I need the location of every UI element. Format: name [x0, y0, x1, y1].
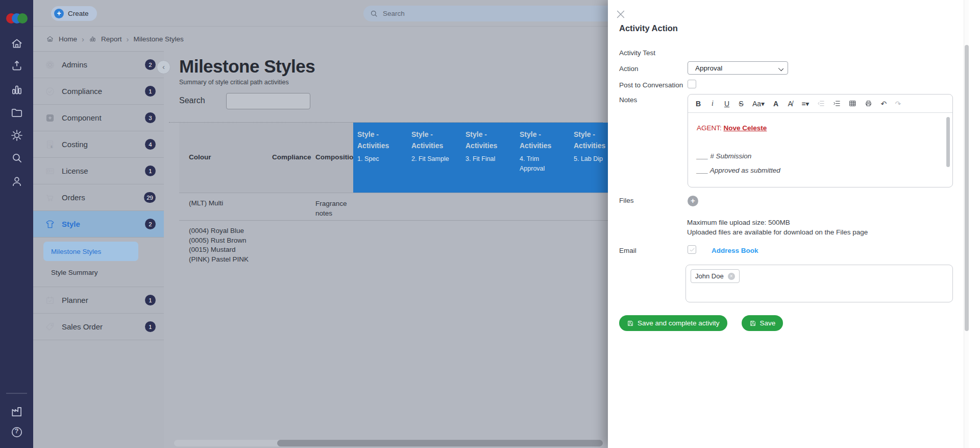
notes-label: Notes [619, 96, 637, 104]
colour-line: (0015) Mustard [189, 245, 249, 255]
table-row[interactable]: (0004) Royal Blue (0005) Rust Brown (001… [179, 220, 608, 276]
indent-icon[interactable] [833, 100, 841, 107]
save-and-complete-label: Save and complete activity [638, 319, 720, 327]
sidebar-item-sales-order[interactable]: Sales Order 1 [33, 314, 164, 340]
sidebar-item-label: Orders [62, 193, 144, 202]
sidebar-item-orders[interactable]: Orders 29 [33, 184, 164, 211]
colour-line: (0004) Royal Blue [189, 226, 249, 236]
action-select[interactable]: Approval [688, 61, 788, 75]
save-label: Save [760, 319, 776, 327]
horizontal-scrollbar-track[interactable] [174, 440, 603, 446]
colour-line: (PINK) Pastel PINK [189, 255, 249, 265]
global-search-input[interactable] [383, 10, 597, 17]
sidebar-item-label: Costing [62, 140, 145, 149]
orders-cart-icon [45, 193, 55, 203]
submenu-item-style-summary[interactable]: Style Summary [43, 263, 164, 281]
table-row[interactable]: (MLT) Multi Fragrance notes [179, 193, 608, 220]
sidebar-item-label: Sales Order [62, 322, 145, 331]
report-main: Milestone Styles Summary of style critic… [164, 51, 608, 448]
help-icon[interactable]: ? [10, 426, 23, 439]
recipient-chip-label: John Doe [695, 272, 724, 280]
report-search-input[interactable] [226, 93, 310, 109]
notes-editor: B i U S Aa▾ A A̸ ≡▾ ↶ ↷ AGENT: Nove Cele… [688, 94, 953, 187]
submenu-item-label: Milestone Styles [51, 248, 101, 255]
bold-icon[interactable]: B [695, 100, 701, 108]
global-search-bar[interactable] [363, 6, 639, 21]
home-icon[interactable] [10, 37, 23, 50]
costing-invoice-icon: $ [45, 139, 55, 150]
sidebar-item-planner[interactable]: Planner 1 [33, 287, 164, 314]
activity-column-title: Style - Activities [411, 129, 456, 151]
reports-chart-icon[interactable] [10, 83, 23, 97]
notes-content-editable[interactable]: AGENT: Nove Celeste ___ # Submission ___… [688, 113, 952, 187]
underline-icon[interactable]: U [724, 100, 730, 108]
colour-cell: (0004) Royal Blue (0005) Rust Brown (001… [189, 226, 249, 264]
email-label: Email [619, 247, 636, 254]
icon-rail: ? [0, 0, 33, 448]
sidebar-item-label: Admins [62, 60, 145, 69]
breadcrumb-home[interactable]: Home [59, 35, 77, 43]
colour-line: (0005) Rust Brown [189, 236, 249, 246]
post-to-conversation-checkbox[interactable] [688, 80, 696, 88]
user-icon[interactable] [10, 175, 23, 188]
sidebar-item-compliance[interactable]: Compliance 1 [33, 78, 164, 105]
email-recipients-box[interactable]: John Doe × [685, 265, 953, 302]
notes-scrollbar-thumb[interactable] [946, 117, 950, 167]
email-checkbox[interactable] [688, 245, 696, 254]
drawer-scrollbar-thumb[interactable] [965, 45, 969, 331]
outdent-icon[interactable] [817, 100, 825, 107]
sidebar-item-license[interactable]: License 1 [33, 158, 164, 184]
font-color-icon[interactable]: A [773, 100, 779, 108]
action-select-value: Approval [695, 64, 722, 72]
italic-icon[interactable]: i [709, 100, 716, 108]
font-size-icon[interactable]: Aa▾ [752, 100, 765, 108]
planner-calendar-icon [45, 295, 55, 305]
print-icon[interactable] [865, 100, 872, 107]
upload-icon[interactable] [10, 59, 23, 73]
composition-cell: Fragrance notes [315, 199, 362, 218]
sidebar-item-admins[interactable]: Admins 2 [33, 52, 164, 78]
sidebar-collapse-button[interactable]: ‹ [157, 60, 170, 74]
post-to-conversation-label: Post to Conversation [619, 81, 683, 89]
report-search-label: Search [179, 96, 205, 105]
folder-icon[interactable] [10, 106, 23, 120]
settings-gear-icon[interactable] [10, 129, 23, 142]
plus-icon: + [691, 196, 695, 205]
remove-recipient-icon[interactable]: × [728, 273, 735, 280]
undo-icon[interactable]: ↶ [880, 100, 887, 108]
close-icon[interactable] [615, 9, 626, 20]
sidebar-item-style[interactable]: Style 2 [33, 211, 164, 238]
activity-column-sub: 4. Trim Approval [520, 154, 565, 173]
redo-icon[interactable]: ↷ [895, 100, 901, 108]
save-button[interactable]: Save [742, 315, 783, 331]
drawer-scrollbar-track[interactable] [964, 0, 969, 448]
horizontal-scrollbar-thumb[interactable] [277, 440, 603, 446]
add-file-button[interactable]: + [688, 196, 698, 206]
submenu-item-milestone-styles[interactable]: Milestone Styles [43, 242, 138, 261]
clear-format-icon[interactable]: A̸ [787, 100, 793, 108]
address-book-link[interactable]: Address Book [712, 247, 758, 254]
breadcrumb-report[interactable]: Report [101, 35, 122, 43]
create-button[interactable]: + Create [51, 6, 97, 21]
sidebar-item-component[interactable]: Component 3 [33, 105, 164, 131]
activity-column-header: Style - Activities 5. Lab Dip [570, 123, 608, 193]
table-icon[interactable] [849, 100, 856, 107]
sidebar-item-label: Style [62, 220, 145, 228]
sidebar-item-costing[interactable]: $ Costing 4 [33, 131, 164, 158]
files-hint-size: Maximum file upload size: 500MB [687, 219, 790, 226]
files-label: Files [619, 197, 634, 204]
factory-icon[interactable] [10, 405, 23, 418]
search-icon [370, 9, 378, 18]
count-badge: 2 [145, 59, 156, 70]
list-icon[interactable]: ≡▾ [801, 100, 809, 108]
action-label: Action [619, 65, 639, 73]
search-icon[interactable] [10, 151, 23, 164]
milestone-table: Colour Compliance Composition Style - Ac… [179, 123, 608, 276]
breadcrumb: Home › Report › Milestone Styles [33, 27, 608, 51]
app-root: ? + Create Home › Report › Milestone Sty… [0, 0, 980, 448]
strikethrough-icon[interactable]: S [738, 100, 744, 108]
activity-column-sub: 5. Lab Dip [574, 154, 608, 163]
activity-column-header: Style - Activities 4. Trim Approval [516, 123, 570, 193]
save-and-complete-button[interactable]: Save and complete activity [619, 315, 727, 331]
files-hint-download: Uploaded files are available for downloa… [687, 228, 868, 236]
